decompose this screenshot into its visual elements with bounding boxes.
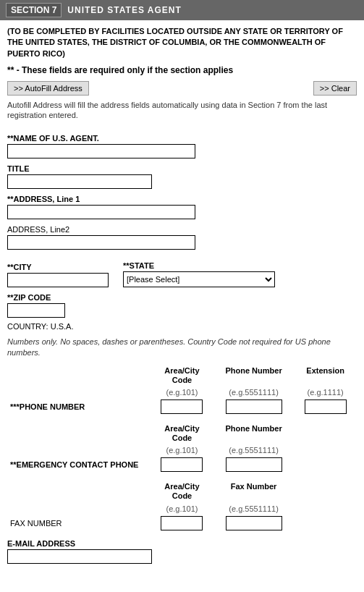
phone-number-header: Phone Number <box>213 365 294 386</box>
emergency-area-input[interactable] <box>161 457 203 472</box>
phone-label: ***PHONE NUMBER <box>7 398 151 415</box>
fax-number-header: Fax Number <box>213 481 294 502</box>
country-label: COUNTRY: U.S.A. <box>7 322 357 331</box>
section-number: SECTION 7 <box>6 3 62 17</box>
fax-area-example: (e.g.101) <box>151 503 213 515</box>
phone-ext-input[interactable] <box>305 399 347 414</box>
emergency-phone-header: Phone Number <box>213 423 294 444</box>
name-label: **NAME OF U.S. AGENT. <box>7 134 357 143</box>
title-input[interactable] <box>7 174 152 189</box>
required-note: ** - These fields are required only if t… <box>0 62 364 81</box>
zip-input[interactable] <box>7 303 65 318</box>
phone-area-input[interactable] <box>161 399 203 414</box>
emergency-table: Area/City Code Phone Number (e.g.101) (e… <box>7 423 357 473</box>
phone-note: Numbers only. No spaces, dashes or paren… <box>7 337 357 359</box>
fax-table: Area/City Code Fax Number (e.g.101) (e.g… <box>7 481 357 531</box>
toolbar: >> AutoFill Address >> Clear <box>0 81 364 100</box>
fax-area-header: Area/City Code <box>151 481 213 502</box>
emergency-label: **EMERGENCY CONTACT PHONE <box>7 456 151 473</box>
address1-input[interactable] <box>7 205 195 219</box>
ext-example: (e.g.1111) <box>294 386 357 398</box>
email-label: E-MAIL ADDRESS <box>7 539 357 548</box>
title-label: TITLE <box>7 164 357 173</box>
emergency-area-header: Area/City Code <box>151 423 213 444</box>
state-label: **STATE <box>123 261 275 270</box>
address2-label: ADDRESS, Line2 <box>7 225 357 234</box>
state-select[interactable]: [Please Select] <box>123 271 275 287</box>
autofill-note: Autofill Address will fill the address f… <box>0 100 364 128</box>
email-input[interactable] <box>7 549 152 564</box>
emergency-phone-input[interactable] <box>226 457 282 472</box>
fax-area-input[interactable] <box>161 516 203 530</box>
emergency-phone-example: (e.g.5551111) <box>213 444 294 456</box>
phone-example: (e.g.5551111) <box>213 386 294 398</box>
address1-label: **ADDRESS, Line 1 <box>7 195 357 203</box>
city-label: **CITY <box>7 263 109 271</box>
section-header: SECTION 7 UNITED STATES AGENT <box>0 0 364 20</box>
city-input[interactable] <box>7 273 109 287</box>
area-example: (e.g.101) <box>151 386 213 398</box>
emergency-area-example: (e.g.101) <box>151 444 213 456</box>
autofill-button[interactable]: >> AutoFill Address <box>7 81 89 96</box>
subtitle: (TO BE COMPLETED BY FACILITIES LOCATED O… <box>0 20 364 62</box>
address2-input[interactable] <box>7 235 195 250</box>
phone-table: Area/City Code Phone Number Extension (e… <box>7 365 357 415</box>
fax-number-example: (e.g.5551111) <box>213 503 294 515</box>
area-city-header: Area/City Code <box>151 365 213 386</box>
clear-button[interactable]: >> Clear <box>313 81 357 96</box>
section-title: UNITED STATES AGENT <box>67 5 181 15</box>
extension-header: Extension <box>294 365 357 386</box>
phone-number-input[interactable] <box>226 399 282 414</box>
fax-number-input[interactable] <box>226 516 282 530</box>
name-input[interactable] <box>7 144 195 158</box>
fax-label: FAX NUMBER <box>7 515 151 532</box>
zip-label: **ZIP CODE <box>7 293 357 302</box>
